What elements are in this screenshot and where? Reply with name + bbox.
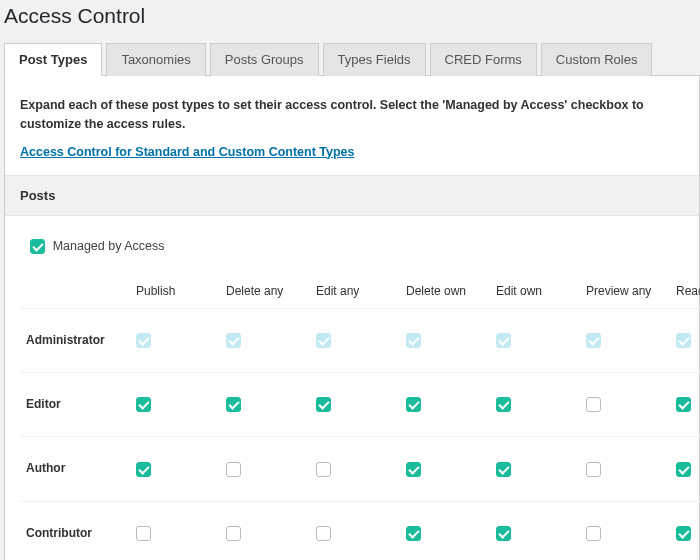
perm-checkbox-edit-own [496, 333, 511, 348]
managed-by-access-checkbox[interactable] [30, 239, 45, 254]
perm-checkbox-publish[interactable] [136, 462, 151, 477]
perm-checkbox-read[interactable] [676, 462, 691, 477]
perm-checkbox-publish[interactable] [136, 526, 151, 541]
perm-cell [580, 372, 670, 436]
perm-cell [670, 372, 700, 436]
perm-checkbox-delete-any[interactable] [226, 397, 241, 412]
perm-checkbox-delete-any [226, 333, 241, 348]
perm-checkbox-delete-own [406, 333, 421, 348]
page-title: Access Control [4, 0, 700, 42]
perm-cell [490, 501, 580, 560]
perm-cell [310, 437, 400, 501]
perm-checkbox-edit-own[interactable] [496, 526, 511, 541]
perm-checkbox-edit-any[interactable] [316, 462, 331, 477]
column-edit-own: Edit own [490, 264, 580, 309]
tab-custom-roles[interactable]: Custom Roles [541, 43, 653, 76]
tab-types-fields[interactable]: Types Fields [323, 43, 426, 76]
role-name: Author [20, 437, 130, 501]
perm-cell [220, 372, 310, 436]
intro-text: Expand each of these post types to set t… [20, 96, 684, 134]
perm-checkbox-preview-any [586, 333, 601, 348]
perm-cell [490, 308, 580, 372]
role-name: Administrator [20, 308, 130, 372]
perm-cell [670, 308, 700, 372]
perm-checkbox-edit-own[interactable] [496, 397, 511, 412]
table-row: Author [20, 437, 700, 501]
perm-cell [670, 501, 700, 560]
perm-cell [580, 501, 670, 560]
perm-cell [490, 437, 580, 501]
perm-checkbox-edit-any[interactable] [316, 397, 331, 412]
perm-checkbox-publish [136, 333, 151, 348]
role-name: Editor [20, 372, 130, 436]
column-delete-own: Delete own [400, 264, 490, 309]
column-role [20, 264, 130, 309]
perm-cell [490, 372, 580, 436]
tab-posts-groups[interactable]: Posts Groups [210, 43, 319, 76]
perm-cell [400, 308, 490, 372]
column-preview-any: Preview any [580, 264, 670, 309]
tab-content: Expand each of these post types to set t… [4, 76, 700, 560]
perm-checkbox-edit-own[interactable] [496, 462, 511, 477]
column-delete-any: Delete any [220, 264, 310, 309]
perm-cell [400, 372, 490, 436]
permissions-header-row: PublishDelete anyEdit anyDelete ownEdit … [20, 264, 700, 309]
perm-checkbox-delete-any[interactable] [226, 462, 241, 477]
perm-cell [310, 501, 400, 560]
perm-checkbox-preview-any[interactable] [586, 462, 601, 477]
perm-checkbox-delete-any[interactable] [226, 526, 241, 541]
column-read: Read [670, 264, 700, 309]
managed-by-access-row: Managed by Access [20, 216, 684, 254]
perm-cell [130, 308, 220, 372]
managed-by-access-label: Managed by Access [53, 239, 165, 253]
perm-checkbox-preview-any[interactable] [586, 397, 601, 412]
perm-cell [310, 372, 400, 436]
perm-checkbox-delete-own[interactable] [406, 462, 421, 477]
help-link[interactable]: Access Control for Standard and Custom C… [20, 145, 355, 159]
perm-cell [220, 437, 310, 501]
perm-checkbox-publish[interactable] [136, 397, 151, 412]
perm-cell [130, 372, 220, 436]
perm-checkbox-edit-any[interactable] [316, 526, 331, 541]
perm-cell [220, 308, 310, 372]
role-name: Contributor [20, 501, 130, 560]
tab-cred-forms[interactable]: CRED Forms [430, 43, 537, 76]
perm-cell [310, 308, 400, 372]
perm-checkbox-delete-own[interactable] [406, 526, 421, 541]
table-row: Administrator [20, 308, 700, 372]
table-row: Editor [20, 372, 700, 436]
perm-cell [130, 501, 220, 560]
perm-checkbox-read[interactable] [676, 526, 691, 541]
perm-cell [580, 437, 670, 501]
perm-cell [130, 437, 220, 501]
table-row: Contributor [20, 501, 700, 560]
tab-taxonomies[interactable]: Taxonomies [106, 43, 205, 76]
permissions-table: PublishDelete anyEdit anyDelete ownEdit … [20, 264, 700, 560]
perm-checkbox-preview-any[interactable] [586, 526, 601, 541]
perm-cell [670, 437, 700, 501]
perm-checkbox-read [676, 333, 691, 348]
perm-checkbox-edit-any [316, 333, 331, 348]
perm-cell [220, 501, 310, 560]
perm-checkbox-delete-own[interactable] [406, 397, 421, 412]
column-publish: Publish [130, 264, 220, 309]
perm-cell [580, 308, 670, 372]
tabs-bar: Post TypesTaxonomiesPosts GroupsTypes Fi… [4, 42, 700, 76]
tab-post-types[interactable]: Post Types [4, 43, 102, 76]
perm-cell [400, 501, 490, 560]
perm-checkbox-read[interactable] [676, 397, 691, 412]
column-edit-any: Edit any [310, 264, 400, 309]
perm-cell [400, 437, 490, 501]
section-header-posts[interactable]: Posts [5, 175, 699, 216]
